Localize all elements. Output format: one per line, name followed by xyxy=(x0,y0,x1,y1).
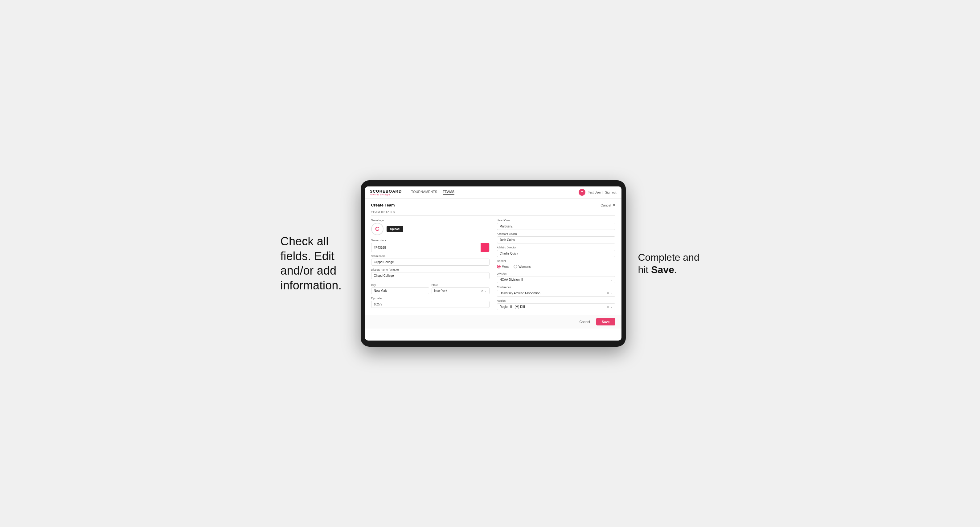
zip-input[interactable] xyxy=(371,301,490,308)
instruction-right: Complete and hit Save. xyxy=(638,251,700,276)
womens-radio-dot[interactable] xyxy=(514,265,517,268)
gender-group: Gender Mens Womens xyxy=(497,259,615,270)
city-state-row: City State New York ✕ ⌄ xyxy=(371,282,490,294)
form-container: Create Team Cancel ✕ TEAM DETAILS Team l… xyxy=(365,198,622,315)
head-coach-group: Head Coach xyxy=(497,219,615,230)
asst-coach-label: Assistant Coach xyxy=(497,232,615,235)
region-clear-button[interactable]: ✕ xyxy=(607,305,609,308)
zip-label: Zip code xyxy=(371,297,490,300)
nav-tournaments[interactable]: TOURNAMENTS xyxy=(411,190,437,195)
section-label: TEAM DETAILS xyxy=(371,211,615,216)
color-field-wrap xyxy=(371,243,490,252)
gender-womens-radio[interactable]: Womens xyxy=(514,265,531,268)
form-left: Team logo C Upload Team colour xyxy=(371,219,490,310)
state-group: State New York ✕ ⌄ xyxy=(431,282,490,294)
team-logo-label: Team logo xyxy=(371,219,490,222)
city-state-group: City State New York ✕ ⌄ xyxy=(371,282,490,294)
form-grid: Team logo C Upload Team colour xyxy=(371,219,615,310)
display-name-group: Display name (unique) xyxy=(371,268,490,279)
city-label: City xyxy=(371,284,376,287)
division-label: Division xyxy=(497,272,615,275)
zip-code-group: Zip code xyxy=(371,297,490,308)
athletic-dir-group: Athletic Director xyxy=(497,246,615,257)
region-select[interactable]: Region II - (M) DIII ✕ ⌄ xyxy=(497,303,615,310)
conference-group: Conference University Athletic Associati… xyxy=(497,286,615,297)
conference-select-actions: ✕ ⌄ xyxy=(607,292,612,295)
gender-row: Mens Womens xyxy=(497,264,615,270)
user-label: Test User | xyxy=(588,191,603,194)
nav-teams[interactable]: TEAMS xyxy=(443,190,454,195)
conference-select[interactable]: University Athletic Association ✕ ⌄ xyxy=(497,290,615,297)
mens-radio-dot[interactable] xyxy=(497,265,501,268)
save-button[interactable]: Save xyxy=(596,318,615,325)
close-icon: ✕ xyxy=(612,203,615,207)
region-chevron-icon[interactable]: ⌄ xyxy=(610,305,612,308)
form-right: Head Coach Assistant Coach Athletic Dire… xyxy=(497,219,615,310)
head-coach-input[interactable] xyxy=(497,223,615,230)
display-name-label: Display name (unique) xyxy=(371,268,490,271)
asst-coach-input[interactable] xyxy=(497,237,615,243)
team-logo-area: C Upload xyxy=(371,223,490,235)
color-swatch[interactable] xyxy=(480,243,489,252)
form-title: Create Team xyxy=(371,203,395,207)
team-logo-group: Team logo C Upload xyxy=(371,219,490,237)
conference-label: Conference xyxy=(497,286,615,289)
team-name-group: Team name xyxy=(371,254,490,266)
division-select-actions: ⌄ xyxy=(610,278,612,281)
form-footer: Cancel Save xyxy=(365,315,622,329)
display-name-input[interactable] xyxy=(371,272,490,279)
city-input[interactable] xyxy=(371,287,429,294)
logo-sub: Powered by clippd xyxy=(370,194,402,196)
upload-button[interactable]: Upload xyxy=(387,226,404,232)
form-cancel-top[interactable]: Cancel ✕ xyxy=(600,203,615,207)
division-value: NCAA Division III xyxy=(500,278,610,281)
team-name-label: Team name xyxy=(371,254,490,258)
region-label: Region xyxy=(497,299,615,302)
gender-mens-radio[interactable]: Mens xyxy=(497,265,509,268)
state-label: State xyxy=(431,284,438,287)
asst-coach-group: Assistant Coach xyxy=(497,232,615,243)
instruction-left: Check all fields. Edit and/or add inform… xyxy=(280,234,348,293)
division-chevron-icon[interactable]: ⌄ xyxy=(610,278,612,281)
tablet-frame: SCOREBOARD Powered by clippd TOURNAMENTS… xyxy=(361,180,626,347)
nav-links: TOURNAMENTS TEAMS xyxy=(411,190,454,195)
division-select[interactable]: NCAA Division III ⌄ xyxy=(497,276,615,283)
state-chevron-icon[interactable]: ⌄ xyxy=(485,289,487,292)
team-colour-label: Team colour xyxy=(371,239,490,242)
user-avatar: T xyxy=(579,189,585,196)
team-colour-input[interactable] xyxy=(371,244,480,251)
state-select-wrap: New York ✕ ⌄ xyxy=(431,287,490,294)
cancel-button[interactable]: Cancel xyxy=(576,318,594,325)
conference-value: University Athletic Association xyxy=(500,292,607,295)
state-value: New York xyxy=(434,289,480,292)
region-group: Region Region II - (M) DIII ✕ ⌄ xyxy=(497,299,615,310)
team-name-input[interactable] xyxy=(371,259,490,266)
region-value: Region II - (M) DIII xyxy=(500,305,607,308)
logo-circle: C xyxy=(371,223,383,235)
conference-chevron-icon[interactable]: ⌄ xyxy=(610,292,612,295)
sign-out-link[interactable]: Sign out xyxy=(605,191,617,194)
city-group: City xyxy=(371,282,429,294)
region-select-actions: ✕ ⌄ xyxy=(607,305,612,308)
team-colour-group: Team colour xyxy=(371,239,490,252)
conference-clear-button[interactable]: ✕ xyxy=(607,292,609,295)
athletic-dir-label: Athletic Director xyxy=(497,246,615,249)
gender-label: Gender xyxy=(497,259,615,263)
logo-text: SCOREBOARD xyxy=(370,189,402,194)
division-group: Division NCAA Division III ⌄ xyxy=(497,272,615,283)
form-header: Create Team Cancel ✕ xyxy=(371,203,615,207)
athletic-dir-input[interactable] xyxy=(497,250,615,257)
state-clear-button[interactable]: ✕ xyxy=(481,289,484,292)
nav-right: T Test User | Sign out xyxy=(579,189,616,196)
head-coach-label: Head Coach xyxy=(497,219,615,222)
navbar: SCOREBOARD Powered by clippd TOURNAMENTS… xyxy=(365,186,622,198)
logo: SCOREBOARD Powered by clippd xyxy=(370,189,402,196)
